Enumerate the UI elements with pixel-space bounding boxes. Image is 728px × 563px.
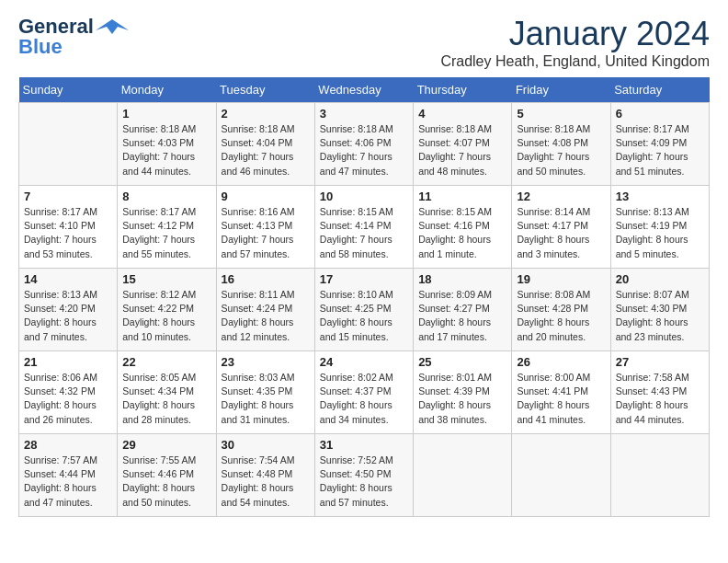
day-info: Sunrise: 8:09 AMSunset: 4:27 PMDaylight:…: [418, 288, 506, 344]
day-info-line: Sunrise: 8:18 AM: [320, 122, 408, 136]
day-info-line: and 44 minutes.: [616, 413, 704, 427]
day-info-line: Sunrise: 7:57 AM: [24, 454, 112, 467]
day-info-line: Daylight: 7 hours: [122, 150, 210, 164]
day-info: Sunrise: 8:15 AMSunset: 4:14 PMDaylight:…: [320, 205, 408, 261]
day-info-line: Sunrise: 8:15 AM: [418, 205, 506, 219]
day-info: Sunrise: 7:52 AMSunset: 4:50 PMDaylight:…: [320, 454, 408, 510]
day-number: 10: [320, 190, 408, 203]
day-info-line: Sunrise: 8:05 AM: [122, 371, 210, 385]
calendar-cell: 15Sunrise: 8:12 AMSunset: 4:22 PMDayligh…: [118, 269, 216, 351]
calendar-cell: [414, 434, 512, 517]
calendar-cell: 28Sunrise: 7:57 AMSunset: 4:44 PMDayligh…: [19, 434, 118, 517]
logo-blue-text: Blue: [18, 35, 63, 59]
calendar-cell: 20Sunrise: 8:07 AMSunset: 4:30 PMDayligh…: [610, 269, 709, 351]
day-info-line: and 54 minutes.: [222, 496, 310, 510]
calendar-cell: 7Sunrise: 8:17 AMSunset: 4:10 PMDaylight…: [19, 186, 118, 269]
day-info-line: Sunset: 4:30 PM: [616, 302, 704, 316]
day-info: Sunrise: 8:16 AMSunset: 4:13 PMDaylight:…: [222, 205, 310, 261]
logo-bird-icon: [96, 17, 129, 36]
day-number: 13: [616, 190, 704, 203]
day-info-line: Sunrise: 8:09 AM: [418, 288, 506, 302]
day-info: Sunrise: 8:18 AMSunset: 4:07 PMDaylight:…: [418, 122, 506, 178]
day-number: 24: [320, 355, 408, 369]
day-number: 31: [320, 438, 408, 452]
day-info-line: Sunrise: 8:06 AM: [24, 371, 112, 385]
day-info-line: Daylight: 8 hours: [222, 398, 310, 412]
calendar-cell: 3Sunrise: 8:18 AMSunset: 4:06 PMDaylight…: [314, 103, 413, 186]
day-info-line: and 5 minutes.: [616, 247, 704, 261]
day-info-line: Sunset: 4:20 PM: [24, 302, 112, 316]
calendar-cell: 2Sunrise: 8:18 AMSunset: 4:04 PMDaylight…: [216, 103, 314, 186]
day-info-line: Sunrise: 8:02 AM: [320, 371, 408, 385]
day-info-line: and 3 minutes.: [517, 247, 605, 261]
day-info-line: Sunset: 4:34 PM: [122, 385, 210, 398]
day-number: 20: [616, 272, 704, 286]
day-info-line: and 44 minutes.: [122, 165, 210, 178]
day-info-line: Daylight: 7 hours: [320, 150, 408, 164]
day-info-line: and 12 minutes.: [222, 330, 310, 344]
calendar-cell: 1Sunrise: 8:18 AMSunset: 4:03 PMDaylight…: [118, 103, 216, 186]
day-info-line: Sunset: 4:39 PM: [418, 385, 506, 398]
day-info: Sunrise: 8:18 AMSunset: 4:03 PMDaylight:…: [122, 122, 210, 178]
day-info-line: Sunset: 4:41 PM: [517, 385, 605, 398]
day-info-line: Sunset: 4:13 PM: [222, 219, 310, 233]
day-info-line: Sunrise: 8:17 AM: [24, 205, 112, 219]
calendar-cell: 19Sunrise: 8:08 AMSunset: 4:28 PMDayligh…: [512, 269, 610, 351]
day-info: Sunrise: 8:11 AMSunset: 4:24 PMDaylight:…: [222, 288, 310, 344]
day-number: 22: [122, 355, 210, 369]
week-row-5: 28Sunrise: 7:57 AMSunset: 4:44 PMDayligh…: [19, 434, 710, 517]
day-info-line: Sunrise: 8:18 AM: [222, 122, 310, 136]
svg-marker-0: [96, 19, 129, 34]
day-info-line: and 15 minutes.: [320, 330, 408, 344]
day-number: 21: [24, 355, 112, 369]
calendar-cell: 25Sunrise: 8:01 AMSunset: 4:39 PMDayligh…: [414, 351, 512, 434]
calendar-cell: 4Sunrise: 8:18 AMSunset: 4:07 PMDaylight…: [414, 103, 512, 186]
day-info-line: Daylight: 7 hours: [616, 150, 704, 164]
day-info-line: and 17 minutes.: [418, 330, 506, 344]
day-info-line: and 50 minutes.: [122, 496, 210, 510]
day-info-line: and 23 minutes.: [616, 330, 704, 344]
day-info-line: Daylight: 8 hours: [222, 316, 310, 329]
day-info-line: Daylight: 8 hours: [24, 481, 112, 495]
day-info-line: Sunset: 4:17 PM: [517, 219, 605, 233]
day-info-line: Daylight: 8 hours: [517, 233, 605, 247]
day-info-line: Sunrise: 8:18 AM: [517, 122, 605, 136]
day-info-line: Sunrise: 8:18 AM: [418, 122, 506, 136]
day-info: Sunrise: 8:17 AMSunset: 4:09 PMDaylight:…: [616, 122, 704, 178]
day-info: Sunrise: 8:13 AMSunset: 4:19 PMDaylight:…: [616, 205, 704, 261]
calendar-cell: 13Sunrise: 8:13 AMSunset: 4:19 PMDayligh…: [610, 186, 709, 269]
day-info-line: Daylight: 8 hours: [418, 233, 506, 247]
day-number: 11: [418, 190, 506, 203]
calendar-cell: 12Sunrise: 8:14 AMSunset: 4:17 PMDayligh…: [512, 186, 610, 269]
day-info-line: Daylight: 8 hours: [122, 316, 210, 329]
day-info-line: Sunset: 4:32 PM: [24, 385, 112, 398]
day-info-line: Daylight: 8 hours: [122, 481, 210, 495]
day-info: Sunrise: 7:55 AMSunset: 4:46 PMDaylight:…: [122, 454, 210, 510]
calendar-cell: 14Sunrise: 8:13 AMSunset: 4:20 PMDayligh…: [19, 269, 118, 351]
day-info-line: Daylight: 7 hours: [517, 150, 605, 164]
day-info-line: Sunset: 4:48 PM: [222, 467, 310, 481]
day-info-line: and 28 minutes.: [122, 413, 210, 427]
day-number: 7: [24, 190, 112, 203]
day-info: Sunrise: 8:00 AMSunset: 4:41 PMDaylight:…: [517, 371, 605, 427]
calendar-cell: 27Sunrise: 7:58 AMSunset: 4:43 PMDayligh…: [610, 351, 709, 434]
calendar-cell: [19, 103, 118, 186]
week-row-4: 21Sunrise: 8:06 AMSunset: 4:32 PMDayligh…: [19, 351, 710, 434]
day-info-line: and 55 minutes.: [122, 247, 210, 261]
day-number: 29: [122, 438, 210, 452]
day-header-wednesday: Wednesday: [314, 77, 413, 103]
day-info-line: Sunset: 4:07 PM: [418, 136, 506, 150]
day-info: Sunrise: 8:08 AMSunset: 4:28 PMDaylight:…: [517, 288, 605, 344]
days-header-row: SundayMondayTuesdayWednesdayThursdayFrid…: [19, 77, 710, 103]
day-info-line: Daylight: 8 hours: [320, 316, 408, 329]
day-info: Sunrise: 8:03 AMSunset: 4:35 PMDaylight:…: [222, 371, 310, 427]
day-info-line: Sunrise: 8:11 AM: [222, 288, 310, 302]
day-info-line: Sunset: 4:03 PM: [122, 136, 210, 150]
day-info-line: Sunset: 4:19 PM: [616, 219, 704, 233]
day-info: Sunrise: 8:10 AMSunset: 4:25 PMDaylight:…: [320, 288, 408, 344]
day-info-line: Sunset: 4:04 PM: [222, 136, 310, 150]
day-info-line: Daylight: 7 hours: [418, 150, 506, 164]
day-info-line: Sunset: 4:27 PM: [418, 302, 506, 316]
day-info-line: Sunset: 4:22 PM: [122, 302, 210, 316]
day-info-line: and 47 minutes.: [24, 496, 112, 510]
